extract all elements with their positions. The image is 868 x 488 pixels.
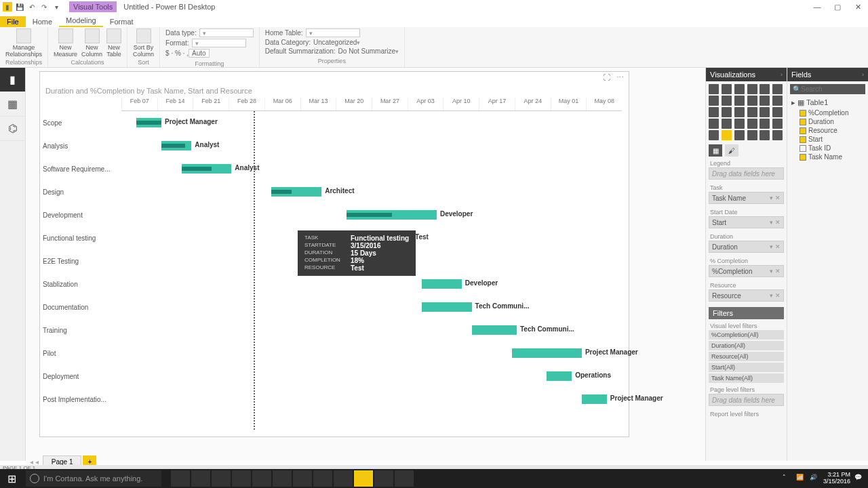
filter-item[interactable]: Start(All) [709,363,784,372]
word-icon[interactable] [252,470,271,487]
field-checkbox[interactable] [800,127,806,134]
data-category-value[interactable]: Uncategorized [313,39,357,46]
start-button[interactable]: ⊞ [0,469,23,488]
viz-type-icon[interactable] [734,84,745,94]
report-view-button[interactable]: ▮ [0,68,25,92]
viz-type-icon[interactable] [722,130,732,140]
viz-type-icon[interactable] [709,130,719,140]
app-icon[interactable] [374,470,393,487]
tray-chevron-icon[interactable]: ˄ [783,474,792,483]
page-nav-prev[interactable]: ◂ ◂ [26,458,43,466]
filter-item[interactable]: Task Name(All) [709,373,784,383]
viz-type-icon[interactable] [760,130,770,140]
viz-type-icon[interactable] [772,107,783,117]
new-table-button[interactable]: New Table [106,28,121,58]
gantt-bar[interactable]: Tech Communi... [472,325,517,335]
viz-type-icon[interactable] [760,107,770,117]
viz-type-icon[interactable] [772,96,783,106]
cortana-search[interactable]: I'm Cortana. Ask me anything. [26,470,161,487]
outlook-icon[interactable] [293,470,312,487]
field-checkbox[interactable] [800,145,806,152]
qat-dropdown-icon[interactable]: ▾ [52,2,61,12]
decimal-places-input[interactable]: Auto [189,49,210,58]
gantt-bar[interactable]: Architect [271,187,321,197]
field-well[interactable]: Task Name▾ ✕ [709,192,784,204]
field-item[interactable]: Task ID [787,144,868,152]
minimize-button[interactable]: — [807,1,827,13]
gantt-bar[interactable]: Project Manager [136,118,161,127]
viz-type-icon[interactable] [734,96,745,106]
network-icon[interactable]: 📶 [796,474,806,483]
gantt-bar[interactable]: Project Manager [582,394,607,404]
fields-pane-header[interactable]: Fields› [787,68,868,81]
field-item[interactable]: Start [787,135,868,144]
gantt-bar[interactable]: Tech Communi... [422,302,472,312]
explorer-icon[interactable] [212,470,231,487]
table-node[interactable]: ▸ ▦ Table1 [787,97,868,108]
viz-type-icon[interactable] [709,96,719,106]
field-item[interactable]: %Completion [787,108,868,117]
save-icon[interactable]: 💾 [15,2,24,12]
search-input[interactable] [801,85,855,93]
powerbi-icon[interactable] [354,470,373,487]
gantt-visual[interactable]: ⛶ ⋯ Duration and %Completion by Task Nam… [39,71,629,437]
default-sum-value[interactable]: Do Not Summarize [338,47,395,55]
redo-icon[interactable]: ↷ [39,2,49,12]
field-well[interactable]: Resource▾ ✕ [709,289,784,302]
page-filters-well[interactable]: Drag data fields here [709,394,784,406]
notifications-icon[interactable]: 💬 [854,474,864,483]
field-well[interactable]: Duration▾ ✕ [709,241,784,253]
tab-file[interactable]: File [0,16,26,27]
store-icon[interactable] [232,470,251,487]
viz-type-icon[interactable] [747,107,757,117]
field-checkbox[interactable] [800,110,806,117]
more-options-icon[interactable]: ⋯ [616,73,626,83]
format-dropdown[interactable]: ▾ [192,39,246,47]
viz-type-icon[interactable] [760,96,770,106]
fields-tab[interactable]: ▦ [709,144,722,157]
tab-format[interactable]: Format [103,16,140,27]
legend-well[interactable]: Drag data fields here [709,167,784,180]
field-item[interactable]: Resource [787,126,868,135]
focus-mode-icon[interactable]: ⛶ [603,73,612,83]
viz-type-icon[interactable] [772,84,783,94]
close-button[interactable]: ✕ [848,1,868,13]
viz-type-icon[interactable] [709,119,719,129]
viz-type-icon[interactable] [772,130,783,140]
new-column-button[interactable]: New Column [81,28,102,58]
tab-home[interactable]: Home [26,16,59,27]
clock[interactable]: 3:21 PM 3/15/2016 [823,472,850,485]
field-well[interactable]: Start▾ ✕ [709,216,784,228]
filter-item[interactable]: Resource(All) [709,352,784,361]
format-symbols[interactable]: $ · % · , [165,49,189,57]
viz-type-icon[interactable] [722,107,732,117]
viz-type-icon[interactable] [709,84,719,94]
viz-type-icon[interactable] [709,107,719,117]
viz-type-icon[interactable] [747,84,757,94]
edge-icon[interactable] [191,470,210,487]
viz-type-icon[interactable] [734,130,745,140]
viz-type-icon[interactable] [722,96,732,106]
viz-pane-header[interactable]: Visualizations› [706,68,787,81]
viz-type-icon[interactable] [722,119,732,129]
field-item[interactable]: Duration [787,117,868,126]
viz-type-icon[interactable] [760,84,770,94]
home-table-dropdown[interactable]: ▾ [306,28,360,37]
tab-modeling[interactable]: Modeling [59,15,103,27]
viz-type-icon[interactable] [760,119,770,129]
gantt-bar[interactable]: Operations [547,371,572,381]
app2-icon[interactable] [395,470,414,487]
viz-type-icon[interactable] [747,96,757,106]
sort-by-column-button[interactable]: Sort By Column [133,28,154,58]
new-measure-button[interactable]: New Measure [54,28,77,58]
format-tab[interactable]: 🖌 [725,144,738,157]
undo-icon[interactable]: ↶ [27,2,37,12]
gantt-bar[interactable]: Analyst [161,141,191,150]
model-view-button[interactable]: ⌬ [0,117,25,141]
viz-type-icon[interactable] [734,119,745,129]
gantt-bar[interactable]: Developer [422,279,462,289]
viz-type-icon[interactable] [772,119,783,129]
maximize-button[interactable]: ▢ [827,1,848,13]
viz-type-icon[interactable] [747,130,757,140]
viz-type-icon[interactable] [747,119,757,129]
